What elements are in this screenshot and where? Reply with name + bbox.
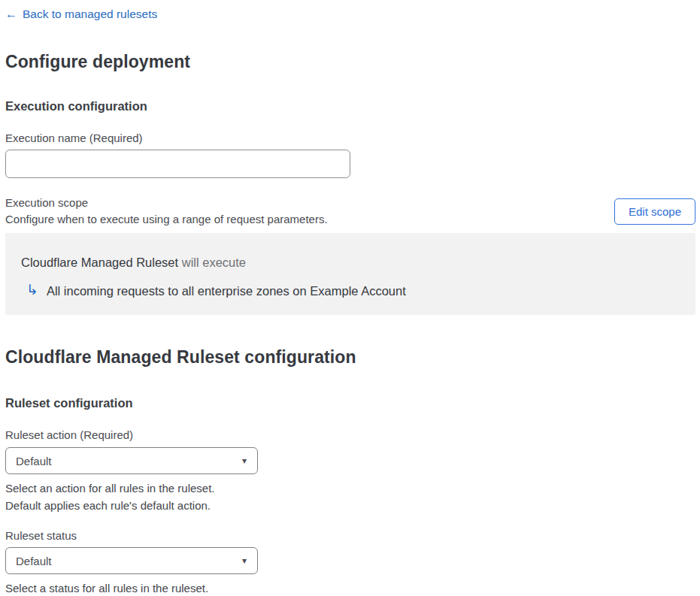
page-title: Configure deployment (5, 51, 695, 72)
execution-scope-row: Execution scope Configure when to execut… (5, 195, 695, 228)
ruleset-status-help-line1: Select a status for all rules in the rul… (5, 579, 695, 596)
chevron-down-icon: ▾ (242, 556, 247, 565)
edit-scope-button[interactable]: Edit scope (614, 198, 695, 225)
ruleset-action-help: Select an action for all rules in the ru… (5, 480, 695, 514)
back-arrow-icon: ← (5, 8, 17, 20)
execution-summary-panel: Cloudflare Managed Ruleset will execute … (5, 233, 695, 315)
execution-scope-label: Execution scope (5, 195, 328, 211)
ruleset-status-label: Ruleset status (5, 528, 695, 543)
ruleset-configuration-heading: Ruleset configuration (5, 395, 695, 410)
ruleset-status-help: Select a status for all rules in the rul… (5, 579, 695, 596)
back-link-label: Back to managed rulesets (23, 8, 157, 21)
summary-ruleset-name: Cloudflare Managed Ruleset (21, 256, 178, 269)
execution-scope-description: Configure when to execute using a range … (5, 211, 328, 228)
ruleset-action-help-line2: Default applies each rule's default acti… (5, 497, 695, 514)
execution-name-input[interactable] (5, 150, 350, 178)
ruleset-configuration-page-title: Cloudflare Managed Ruleset configuration (5, 346, 695, 368)
summary-scope-value: All incoming requests to all enterprise … (47, 283, 406, 299)
execution-name-label: Execution name (Required) (5, 131, 695, 145)
configure-deployment-page: ← Back to managed rulesets Configure dep… (0, 0, 700, 596)
back-to-managed-rulesets-link[interactable]: ← Back to managed rulesets (5, 8, 157, 21)
summary-will-execute: will execute (178, 256, 246, 269)
execution-summary-line: Cloudflare Managed Ruleset will execute (21, 255, 677, 270)
ruleset-action-label: Ruleset action (Required) (5, 428, 695, 442)
ruleset-action-select[interactable]: Default ▾ (5, 447, 258, 474)
ruleset-action-help-line1: Select an action for all rules in the ru… (5, 480, 695, 497)
execution-configuration-heading: Execution configuration (5, 98, 695, 113)
ruleset-action-value: Default (16, 455, 52, 467)
chevron-down-icon: ▾ (242, 456, 247, 465)
ruleset-status-value: Default (16, 555, 52, 567)
execution-scope-text: Execution scope Configure when to execut… (5, 195, 328, 228)
execution-summary-scope-line: ↳ All incoming requests to all enterpris… (21, 283, 677, 299)
branch-arrow-icon: ↳ (26, 283, 38, 298)
ruleset-status-select[interactable]: Default ▾ (5, 547, 258, 574)
